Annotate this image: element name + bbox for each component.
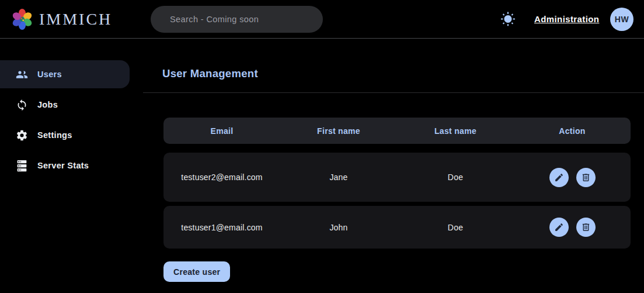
edit-user-button[interactable] (549, 218, 569, 237)
sun-icon (500, 12, 516, 27)
immich-admin-page: IMMICH Administration HW Users Jobs (0, 0, 644, 293)
sidebar-item-label: Settings (37, 130, 72, 140)
pencil-icon (554, 222, 564, 232)
sidebar-item-label: Users (37, 70, 62, 79)
table-header-row: Email First name Last name Action (163, 118, 631, 144)
cell-actions (514, 168, 631, 187)
cell-last-name: Doe (397, 173, 514, 182)
column-header-email: Email (163, 126, 280, 136)
edit-user-button[interactable] (549, 168, 569, 187)
app-title: IMMICH (39, 10, 112, 29)
cell-first-name: Jane (280, 173, 397, 182)
cell-first-name: John (280, 223, 397, 232)
cell-email: testuser2@email.com (163, 173, 280, 182)
sync-icon (16, 99, 28, 111)
search-bar[interactable] (151, 6, 323, 33)
column-header-last-name: Last name (397, 126, 514, 136)
sidebar-item-server-stats[interactable]: Server Stats (0, 151, 130, 180)
sidebar-item-label: Server Stats (37, 161, 89, 170)
table-row: testuser2@email.com Jane Doe (163, 153, 631, 202)
column-header-action: Action (514, 126, 631, 136)
cell-last-name: Doe (397, 223, 514, 232)
delete-user-button[interactable] (576, 168, 596, 187)
column-header-first-name: First name (280, 126, 397, 136)
sidebar-item-users[interactable]: Users (0, 60, 130, 88)
user-table: Email First name Last name Action testus… (163, 118, 631, 249)
pencil-icon (554, 173, 564, 182)
administration-link[interactable]: Administration (534, 14, 599, 24)
delete-user-button[interactable] (576, 218, 596, 237)
search-input[interactable] (151, 15, 323, 24)
user-avatar[interactable]: HW (610, 8, 633, 31)
gear-icon (16, 129, 28, 142)
trash-icon (581, 222, 591, 232)
admin-sidebar: Users Jobs Settings Server Stats (0, 39, 143, 182)
page-title: User Management (162, 67, 644, 80)
table-row: testuser1@email.com John Doe (163, 206, 631, 249)
title-divider (143, 92, 644, 93)
main-content: User Management Email First name Last na… (143, 39, 644, 293)
trash-icon (581, 173, 591, 182)
cell-actions (514, 218, 631, 237)
cell-email: testuser1@email.com (163, 223, 280, 232)
server-icon (16, 160, 28, 172)
immich-flower-icon (11, 8, 34, 31)
sidebar-item-jobs[interactable]: Jobs (0, 91, 130, 119)
create-user-button[interactable]: Create user (163, 261, 230, 282)
users-icon (16, 68, 28, 81)
sidebar-item-label: Jobs (37, 100, 58, 109)
immich-logo[interactable]: IMMICH (11, 8, 112, 31)
theme-toggle-button[interactable] (500, 12, 516, 27)
sidebar-item-settings[interactable]: Settings (0, 121, 130, 149)
top-navigation-bar: IMMICH Administration HW (0, 0, 644, 39)
